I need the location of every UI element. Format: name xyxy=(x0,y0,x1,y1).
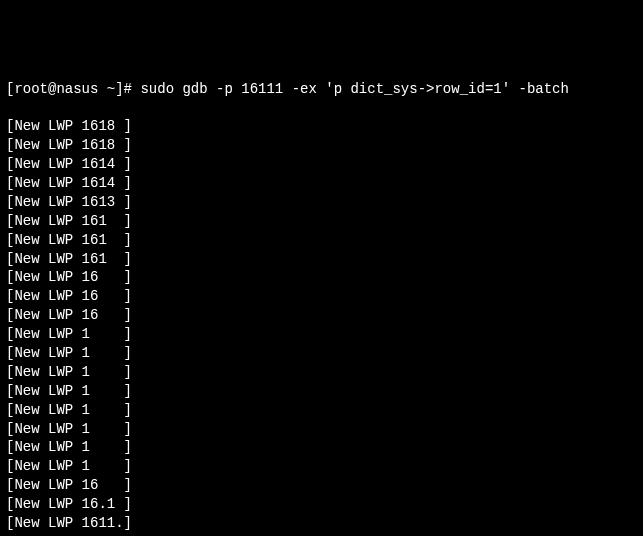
lwp-line: [New LWP 16 ] xyxy=(6,287,637,306)
lwp-line: [New LWP 16 ] xyxy=(6,476,637,495)
command-line: [root@nasus ~]# sudo gdb -p 16111 -ex 'p… xyxy=(6,80,637,99)
lwp-line: [New LWP 1 ] xyxy=(6,438,637,457)
lwp-line: [New LWP 161 ] xyxy=(6,250,637,269)
lwp-line: [New LWP 1 ] xyxy=(6,363,637,382)
lwp-line: [New LWP 161 ] xyxy=(6,231,637,250)
lwp-line: [New LWP 1 ] xyxy=(6,325,637,344)
command-text: sudo gdb -p 16111 -ex 'p dict_sys->row_i… xyxy=(140,81,568,97)
lwp-line: [New LWP 1613 ] xyxy=(6,193,637,212)
lwp-line: [New LWP 1 ] xyxy=(6,344,637,363)
lwp-line: [New LWP 16.1 ] xyxy=(6,495,637,514)
lwp-output-block: [New LWP 1618 ][New LWP 1618 ][New LWP 1… xyxy=(6,117,637,533)
lwp-line: [New LWP 1614 ] xyxy=(6,155,637,174)
lwp-line: [New LWP 1 ] xyxy=(6,401,637,420)
lwp-line: [New LWP 1 ] xyxy=(6,457,637,476)
lwp-line: [New LWP 161 ] xyxy=(6,212,637,231)
lwp-line: [New LWP 1614 ] xyxy=(6,174,637,193)
lwp-line: [New LWP 1 ] xyxy=(6,420,637,439)
lwp-line: [New LWP 1618 ] xyxy=(6,117,637,136)
lwp-line: [New LWP 1611.] xyxy=(6,514,637,533)
lwp-line: [New LWP 1 ] xyxy=(6,382,637,401)
lwp-line: [New LWP 16 ] xyxy=(6,306,637,325)
shell-prompt: [root@nasus ~]# xyxy=(6,81,140,97)
lwp-line: [New LWP 1618 ] xyxy=(6,136,637,155)
lwp-line: [New LWP 16 ] xyxy=(6,268,637,287)
